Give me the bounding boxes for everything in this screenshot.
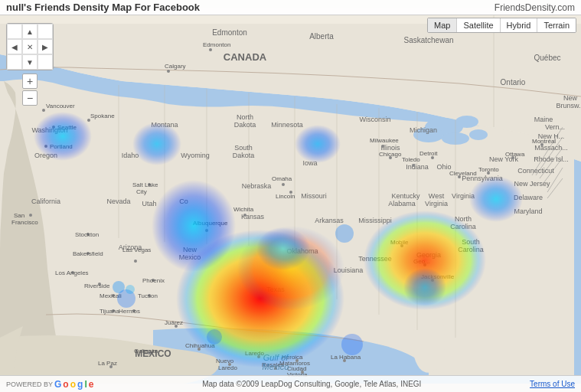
svg-text:Minnesota: Minnesota [271,121,303,129]
page-title: null's Friends Density Map For Facebook [6,2,200,13]
nav-empty-br [38,54,53,70]
svg-text:Tucson: Tucson [138,292,158,299]
svg-text:Nuevo: Nuevo [216,358,234,364]
svg-text:Nebraska: Nebraska [242,182,272,190]
svg-text:Saskatchewan: Saskatchewan [403,36,453,44]
google-l: l [84,379,86,390]
svg-text:Bakersfield: Bakersfield [73,250,103,257]
svg-text:New: New [563,94,578,102]
svg-text:Chihuahua: Chihuahua [185,342,215,349]
nav-right-button[interactable]: ▶ [38,39,53,54]
map-type-terrain-button[interactable]: Terrain [537,18,576,32]
nav-down-button[interactable]: ▼ [22,54,38,70]
google-g2: g [77,379,83,390]
nav-left-button[interactable]: ◀ [7,39,22,54]
svg-text:La Habana: La Habana [331,354,361,361]
svg-text:Montana: Montana [151,121,178,129]
site-name: FriendsDensity.com [495,2,575,13]
svg-text:Omaha: Omaha [272,175,292,182]
svg-text:Dakota: Dakota [234,121,256,129]
svg-point-114 [243,214,246,217]
svg-text:Utah: Utah [142,200,156,207]
svg-text:Montréal: Montréal [532,138,556,145]
svg-text:New: New [183,246,197,253]
svg-text:Stockton: Stockton [75,231,99,238]
svg-text:Riverside: Riverside [84,283,110,289]
svg-text:South: South [234,144,253,152]
svg-text:Nevada: Nevada [106,198,130,205]
google-e: e [89,379,94,390]
svg-text:CANADA: CANADA [224,51,267,63]
svg-point-120 [381,145,384,148]
svg-text:Gulf of: Gulf of [263,353,289,362]
svg-text:Las Vegas: Las Vegas [122,247,151,253]
google-logo: POWERED BY Google [6,379,93,390]
svg-text:Iowa: Iowa [302,159,317,167]
svg-text:Carolina: Carolina [450,223,476,230]
svg-text:Wyoming: Wyoming [181,152,209,159]
map-type-hybrid-button[interactable]: Hybrid [501,18,538,32]
google-o1: o [63,379,68,390]
powered-by-text: POWERED BY [6,381,53,388]
zoom-controls: ▲ ◀ ✕ ▶ ▼ + − [6,23,54,107]
svg-text:Oklahoma: Oklahoma [286,247,318,255]
svg-text:Oregon: Oregon [34,152,57,159]
svg-text:Vern...: Vern... [545,123,565,131]
svg-text:San: San [14,212,24,219]
terms-of-use-link[interactable]: Terms of Use [530,380,575,388]
map-type-satellite-button[interactable]: Satellite [457,18,500,32]
svg-text:Lincoln: Lincoln [276,193,295,200]
svg-text:North: North [237,113,253,121]
svg-text:Salt Lake: Salt Lake [132,181,158,188]
map-footer: POWERED BY Google Map data ©2009 LeapDog… [0,375,581,392]
map-type-controls: Map Satellite Hybrid Terrain [427,18,576,33]
svg-text:Louisiana: Louisiana [334,266,364,274]
svg-text:Connecticut: Connecticut [517,167,554,175]
svg-text:Alberta: Alberta [309,32,334,41]
svg-text:Ottawa: Ottawa [505,151,525,158]
svg-point-103 [134,260,137,263]
svg-text:Idaho: Idaho [122,152,139,159]
nav-up-button[interactable]: ▲ [22,24,38,39]
svg-text:Missouri: Missouri [301,192,327,200]
svg-text:Edmonton: Edmonton [212,28,247,37]
zoom-out-button[interactable]: − [22,90,38,106]
svg-point-5 [469,129,488,140]
svg-text:Kentucky: Kentucky [391,192,420,200]
svg-point-3 [455,116,478,128]
svg-text:Ontario: Ontario [501,78,526,87]
zoom-in-button[interactable]: + [22,74,38,89]
svg-text:Portland: Portland [50,143,73,150]
svg-text:Laredo: Laredo [245,350,264,357]
svg-text:Virginia: Virginia [425,200,448,207]
svg-text:Co: Co [179,198,188,205]
svg-text:Maryland: Maryland [514,207,542,215]
svg-text:Chicago: Chicago [379,151,402,158]
svg-text:Geo...: Geo... [413,258,430,265]
svg-text:Jacksonville: Jacksonville [421,273,455,280]
svg-text:Edmonton: Edmonton [203,41,230,48]
svg-text:Texas: Texas [266,286,285,293]
svg-text:Cleveland: Cleveland [449,170,477,177]
svg-text:Carolina: Carolina [458,246,484,253]
map-credit: Map data ©2009 LeapDog Consulting, Googl… [98,380,525,388]
map-type-map-button[interactable]: Map [428,18,457,32]
svg-text:Milwaukee: Milwaukee [370,137,399,144]
svg-point-84 [44,145,47,148]
svg-text:Michigan: Michigan [410,126,437,134]
svg-point-86 [29,214,32,217]
nav-center-button[interactable]: ✕ [22,39,38,54]
svg-text:Virginia: Virginia [452,192,475,200]
svg-point-174 [209,48,212,51]
svg-text:Spokane: Spokane [90,113,115,119]
svg-point-82 [52,126,55,129]
svg-point-170 [87,119,90,122]
svg-text:Brunsw...: Brunsw... [556,102,581,109]
svg-text:Tennessee: Tennessee [358,255,392,263]
svg-text:Toronto: Toronto [478,166,499,173]
map-container: CANADA MEXICO Washington Oregon Californ… [0,0,581,392]
page-header: null's Friends Density Map For Facebook … [0,0,581,15]
svg-text:Los Angeles: Los Angeles [55,270,89,276]
svg-point-168 [42,109,45,112]
nav-empty-tr [38,24,53,39]
